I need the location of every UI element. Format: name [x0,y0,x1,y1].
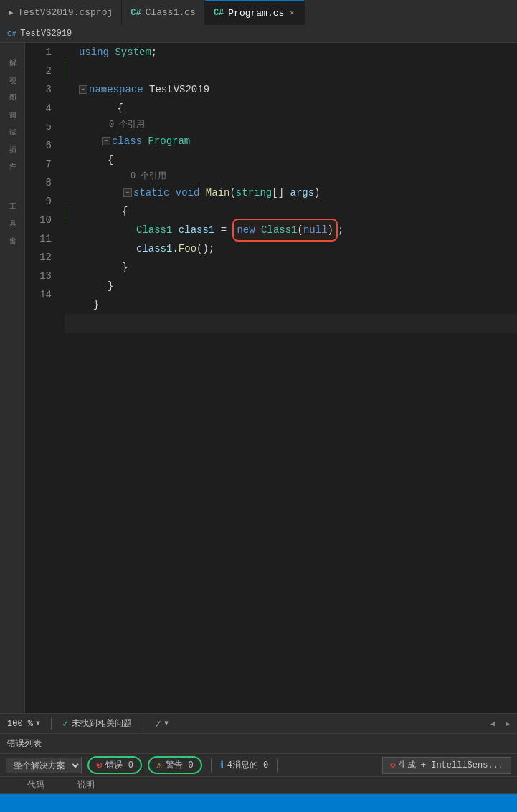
tab-csproj-label: TestVS2019.csproj [18,7,113,18]
line-num-1: 1 [25,43,57,62]
sidebar-icon-7[interactable]: 件 [2,150,22,166]
info-circle-icon: ℹ [220,759,224,771]
tab-program-label: Program.cs [228,8,284,19]
keyword-namespace: namespace [89,80,143,99]
code-line-9: Class1 class1 = new Class1(null); [65,221,517,239]
line-num-8: 8 [25,173,57,192]
keyword-class: class [112,132,142,151]
status-line: 100 % ▼ ✓ 未找到相关问题 ✓ ▼ ◀ ▶ [0,713,517,733]
keyword-null: null [303,224,328,236]
warning-button[interactable]: ⚠ 警告 0 [148,756,202,774]
type-class1-decl: Class1 [136,221,172,239]
zoom-dropdown-icon[interactable]: ▼ [36,720,40,727]
brace-close-2: } [108,277,113,295]
class1-cs-icon: C# [131,8,141,18]
code-lines-container[interactable]: using System; − namespace TestVS2019 { [65,43,517,713]
green-indicator-2 [65,62,65,80]
sidebar-icon-8[interactable]: 工 [2,190,22,206]
dot-1: . [172,239,178,258]
build-button[interactable]: ⚙ 生成 + IntelliSens... [382,757,511,774]
code-line-1: using System; [65,43,517,62]
sidebar-icon-2[interactable]: 视 [2,64,22,80]
collapse-btn-main[interactable]: − [123,188,132,197]
error-panel: 错误列表 整个解决方案 ⊗ 错误 0 ⚠ 警告 0 ℹ 4消息的 0 ⚙ 生成 … [0,733,517,794]
sidebar-icon-1[interactable]: 解 [2,47,22,62]
code-editor[interactable]: 1 2 3 4 5 6 7 8 9 10 11 12 13 14 using S… [25,43,517,713]
param-args: args [290,183,315,202]
line-num-7: 7 [25,155,57,173]
brace-close-3: } [93,295,99,314]
type-class1-new: Class1 [261,224,297,236]
namespace-name: TestVS2019 [149,80,209,99]
scroll-right-icon[interactable]: ▶ [506,720,510,728]
type-string: string [236,183,272,202]
error-button[interactable]: ⊗ 错误 0 [87,756,142,774]
col-desc-label: 说明 [77,780,95,790]
paren-close: ) [314,183,320,202]
keyword-using: using [79,43,109,62]
line-num-11: 11 [25,229,57,248]
paren-open: ( [229,183,235,202]
zoom-area[interactable]: 100 % ▼ [7,719,40,729]
sidebar: 解 视 图 调 试 插 件 工 具 窗 [0,43,25,713]
error-panel-toolbar: 整个解决方案 ⊗ 错误 0 ⚠ 警告 0 ℹ 4消息的 0 ⚙ 生成 + Int… [0,754,517,777]
code-line-2 [65,62,517,80]
green-indicator-8 [65,202,65,221]
keyword-new: new [237,224,255,236]
sidebar-icon-4[interactable]: 调 [2,98,22,114]
check-circle-icon: ✓ [62,717,68,730]
no-issues-text: 未找到相关问题 [72,717,132,730]
semicolon-9: ; [338,221,343,239]
solution-bar: C# TestVS2019 [0,25,517,43]
main-area: 解 视 图 调 试 插 件 工 具 窗 1 2 3 4 5 6 7 8 9 10… [0,43,517,713]
build-status-area: ✓ ▼ [154,717,169,731]
solution-title: TestVS2019 [20,29,72,39]
line-num-4: 4 [25,99,57,118]
code-line-7: 0 个引用 − static void Main(string[] args) [65,169,517,202]
line-num-6: 6 [25,136,57,155]
error-table-header: 代码 说明 [0,777,517,794]
toolbar-separator-1 [211,758,212,773]
sidebar-icon-9[interactable]: 具 [2,207,22,223]
scroll-left-icon[interactable]: ◀ [490,720,495,728]
brace-open-2: { [108,151,113,169]
hint-class: 0 个引用 [66,118,145,132]
code-line-14 [65,314,517,333]
line-num-2: 2 [25,62,57,80]
error-count-label: 错误 0 [105,759,133,771]
tab-program[interactable]: C# Program.cs ✕ [205,0,305,25]
line-numbers: 1 2 3 4 5 6 7 8 9 10 11 12 13 14 [25,43,65,713]
class-name-program: Program [148,132,190,151]
code-line-13: } [65,295,517,314]
method-foo: Foo [179,239,196,258]
scope-select[interactable]: 整个解决方案 [6,758,82,773]
status-separator-2 [143,718,143,730]
no-issues-area: ✓ 未找到相关问题 [62,717,132,730]
code-line-12: } [65,277,517,295]
csproj-icon: ▶ [9,8,14,17]
sidebar-icon-6[interactable]: 插 [2,133,22,148]
tab-class1-label: Class1.cs [146,7,196,18]
sidebar-icon-10[interactable]: 窗 [2,224,22,240]
info-button[interactable]: ℹ 4消息的 0 [220,759,269,771]
sidebar-icon-3[interactable]: 图 [2,81,22,97]
brace-open-3: { [122,202,128,221]
collapse-btn-class[interactable]: − [102,137,110,145]
close-tab-icon[interactable]: ✕ [288,8,295,18]
code-line-3: − namespace TestVS2019 [65,80,517,99]
line-num-13: 13 [25,267,57,285]
col-desc-header[interactable]: 说明 [77,779,511,791]
col-code-header[interactable]: 代码 [27,779,70,791]
paren-null-close: ) [328,224,333,236]
error-panel-title-text: 错误列表 [7,737,42,750]
sidebar-icon-5[interactable]: 试 [2,115,22,131]
build-dropdown-icon[interactable]: ▼ [164,720,169,727]
equals-sign: = [221,221,227,239]
hint-main: 0 个引用 [66,169,166,183]
tab-csproj[interactable]: ▶ TestVS2019.csproj [0,0,122,25]
error-circle-icon: ⊗ [96,759,102,771]
collapse-btn-namespace[interactable]: − [79,85,87,94]
error-panel-title: 错误列表 [0,734,517,754]
code-content: 1 2 3 4 5 6 7 8 9 10 11 12 13 14 using S… [25,43,517,713]
tab-class1[interactable]: C# Class1.cs [122,0,205,25]
